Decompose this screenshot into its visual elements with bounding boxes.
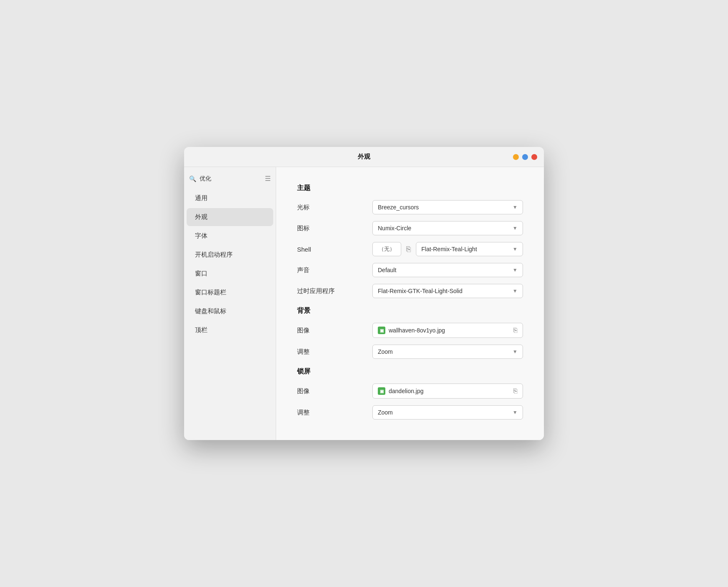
cursor-dropdown[interactable]: Breeze_cursors ▼: [372, 200, 523, 214]
window-controls: [513, 154, 537, 160]
sidebar-item-fonts[interactable]: 字体: [187, 227, 273, 245]
lock-image-value: dandelion.jpg: [389, 388, 423, 394]
cursor-value: Breeze_cursors: [378, 204, 419, 211]
sidebar-item-topbar[interactable]: 顶栏: [187, 321, 273, 339]
sidebar-item-keyboard[interactable]: 键盘和鼠标: [187, 302, 273, 320]
lock-adjust-label: 调整: [297, 409, 372, 417]
legacy-app-label: 过时应用程序: [297, 287, 372, 295]
main-window: 外观 🔍 优化 ☰ 通用 外观 字体 开机启动程序: [184, 147, 544, 440]
sidebar-item-startup[interactable]: 开机启动程序: [187, 246, 273, 264]
sidebar-item-windows[interactable]: 窗口: [187, 265, 273, 283]
legacy-app-dropdown[interactable]: Flat-Remix-GTK-Teal-Light-Solid ▼: [372, 284, 523, 298]
icon-row: 图标 Numix-Circle ▼: [297, 221, 523, 235]
chevron-down-icon: ▼: [513, 288, 518, 294]
bg-file-name-area: ▣ wallhaven-8ov1yo.jpg: [378, 327, 513, 334]
lock-image-picker[interactable]: ▣ dandelion.jpg ⎘: [372, 384, 523, 399]
cursor-row: 光标 Breeze_cursors ▼: [297, 200, 523, 214]
shell-copy-icon[interactable]: ⎘: [406, 245, 411, 254]
lock-adjust-control: Zoom ▼: [372, 405, 523, 420]
background-section-title: 背景: [297, 306, 523, 315]
sound-value: Default: [378, 267, 396, 273]
menu-icon[interactable]: ☰: [265, 175, 271, 183]
sidebar-title: 优化: [200, 175, 261, 183]
lock-adjust-value: Zoom: [378, 409, 393, 416]
bg-image-value: wallhaven-8ov1yo.jpg: [389, 327, 445, 334]
bg-image-picker[interactable]: ▣ wallhaven-8ov1yo.jpg ⎘: [372, 323, 523, 338]
lock-image-label: 图像: [297, 387, 372, 395]
bg-adjust-control: Zoom ▼: [372, 345, 523, 359]
bg-adjust-label: 调整: [297, 348, 372, 356]
main-content: 主题 光标 Breeze_cursors ▼ 图标 Numix-Circle ▼: [276, 167, 544, 440]
file-icon: ▣: [378, 387, 385, 395]
lock-adjust-row: 调整 Zoom ▼: [297, 405, 523, 420]
lock-image-row: 图像 ▣ dandelion.jpg ⎘: [297, 384, 523, 399]
maximize-button[interactable]: [522, 154, 528, 160]
lockscreen-section-title: 锁屏: [297, 367, 523, 376]
bg-image-label: 图像: [297, 327, 372, 335]
folder-icon[interactable]: ⎘: [513, 327, 518, 334]
lock-file-name-area: ▣ dandelion.jpg: [378, 387, 513, 395]
sound-label: 声音: [297, 266, 372, 274]
bg-adjust-value: Zoom: [378, 348, 393, 355]
sound-control: Default ▼: [372, 263, 523, 277]
bg-adjust-dropdown[interactable]: Zoom ▼: [372, 345, 523, 359]
sound-dropdown[interactable]: Default ▼: [372, 263, 523, 277]
content-area: 🔍 优化 ☰ 通用 外观 字体 开机启动程序 窗口 窗口标题栏: [184, 167, 544, 440]
titlebar: 外观: [184, 147, 544, 167]
sidebar-item-appearance[interactable]: 外观: [187, 208, 273, 226]
sidebar-item-general[interactable]: 通用: [187, 189, 273, 207]
bg-adjust-row: 调整 Zoom ▼: [297, 345, 523, 359]
chevron-down-icon: ▼: [513, 204, 518, 210]
bg-image-control: ▣ wallhaven-8ov1yo.jpg ⎘: [372, 323, 523, 338]
window-title: 外观: [358, 153, 370, 161]
icon-value: Numix-Circle: [378, 225, 411, 232]
theme-section-title: 主题: [297, 184, 523, 193]
sidebar: 🔍 优化 ☰ 通用 外观 字体 开机启动程序 窗口 窗口标题栏: [184, 167, 276, 440]
lock-adjust-dropdown[interactable]: Zoom ▼: [372, 405, 523, 420]
shell-dropdown[interactable]: Flat-Remix-Teal-Light ▼: [416, 242, 523, 256]
shell-label: Shell: [297, 246, 372, 253]
chevron-down-icon: ▼: [513, 225, 518, 231]
shell-control: （无） ⎘ Flat-Remix-Teal-Light ▼: [372, 242, 523, 256]
shell-none-button[interactable]: （无）: [372, 242, 401, 256]
lock-image-control: ▣ dandelion.jpg ⎘: [372, 384, 523, 399]
cursor-control: Breeze_cursors ▼: [372, 200, 523, 214]
cursor-label: 光标: [297, 203, 372, 211]
search-icon[interactable]: 🔍: [189, 175, 196, 182]
chevron-down-icon: ▼: [513, 267, 518, 273]
chevron-down-icon: ▼: [513, 246, 518, 252]
minimize-button[interactable]: [513, 154, 519, 160]
legacy-app-row: 过时应用程序 Flat-Remix-GTK-Teal-Light-Solid ▼: [297, 284, 523, 298]
chevron-down-icon: ▼: [513, 409, 518, 415]
chevron-down-icon: ▼: [513, 349, 518, 355]
close-button[interactable]: [531, 154, 537, 160]
file-icon: ▣: [378, 327, 385, 334]
sidebar-header: 🔍 优化 ☰: [184, 171, 276, 186]
icon-control: Numix-Circle ▼: [372, 221, 523, 235]
shell-value: Flat-Remix-Teal-Light: [421, 246, 477, 252]
folder-icon[interactable]: ⎘: [513, 387, 518, 395]
icon-label: 图标: [297, 224, 372, 232]
shell-row: Shell （无） ⎘ Flat-Remix-Teal-Light ▼: [297, 242, 523, 256]
sound-row: 声音 Default ▼: [297, 263, 523, 277]
icon-dropdown[interactable]: Numix-Circle ▼: [372, 221, 523, 235]
legacy-app-control: Flat-Remix-GTK-Teal-Light-Solid ▼: [372, 284, 523, 298]
bg-image-row: 图像 ▣ wallhaven-8ov1yo.jpg ⎘: [297, 323, 523, 338]
legacy-app-value: Flat-Remix-GTK-Teal-Light-Solid: [378, 288, 462, 294]
sidebar-item-titlebar[interactable]: 窗口标题栏: [187, 283, 273, 301]
